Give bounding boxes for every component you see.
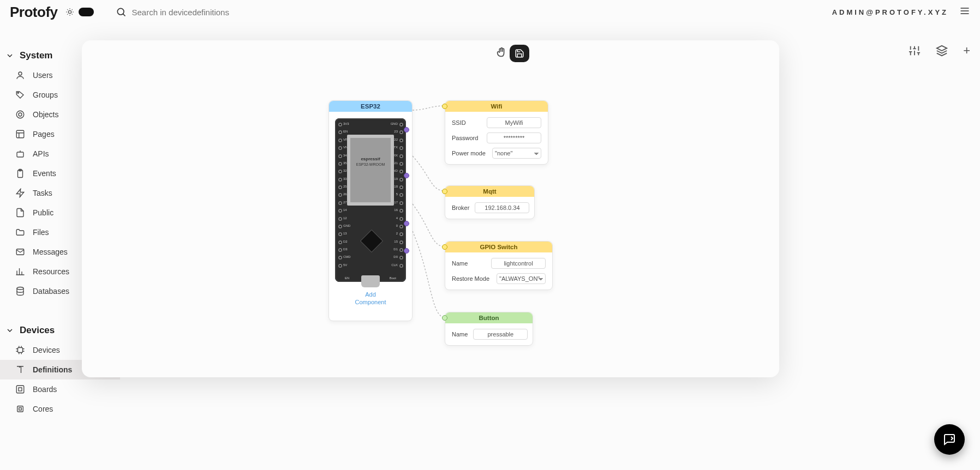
pin-3v3[interactable]: 3V3: [336, 123, 344, 130]
field-label: Restore Mode: [452, 275, 489, 282]
sidebar-item-label: Pages: [33, 130, 55, 138]
brand-logo: Protofy: [10, 4, 58, 21]
sidebar-item-cores[interactable]: Cores: [0, 399, 120, 419]
pin-26[interactable]: 26: [336, 193, 344, 200]
pin-d0[interactable]: D0: [397, 256, 405, 263]
add-component-link[interactable]: Add Component: [329, 291, 412, 306]
theme-dot: [79, 8, 94, 16]
btn-boot-label: Boot: [385, 276, 396, 280]
svg-rect-15: [19, 388, 22, 391]
menu-button[interactable]: [959, 5, 970, 19]
wifi-ssid-input[interactable]: [487, 117, 541, 128]
sidebar-item-label: Tasks: [33, 189, 52, 197]
pin-clk[interactable]: CLK: [397, 264, 405, 271]
pin-17[interactable]: 17: [397, 201, 405, 208]
toolbar-right: +: [909, 44, 970, 58]
pin-16[interactable]: 16: [397, 209, 405, 216]
field-label: Broker: [452, 204, 469, 211]
file-icon: [15, 208, 25, 218]
sidebar-item-label: Objects: [33, 110, 58, 119]
svg-rect-6: [16, 130, 24, 138]
pin-32[interactable]: 32: [336, 170, 344, 177]
pin-d2[interactable]: D2: [336, 240, 344, 248]
pin-5[interactable]: 5: [397, 193, 405, 200]
sidebar-item-boards[interactable]: Boards: [0, 379, 120, 399]
gpio-name-input[interactable]: [491, 258, 546, 269]
field-label: SSID: [452, 119, 466, 126]
clipboard-icon: [15, 168, 25, 178]
node-wifi[interactable]: Wifi SSID Password Power mode"none": [445, 100, 548, 165]
bot-icon: [15, 149, 25, 159]
svg-point-1: [117, 8, 124, 15]
pin-vn[interactable]: VN: [336, 146, 344, 153]
node-esp32[interactable]: ESP32 espressifESP32-WROOM 3V3ENVPVN3435…: [328, 100, 413, 321]
pin-d3[interactable]: D3: [336, 248, 344, 255]
node-title: Wifi: [445, 101, 548, 112]
node-button[interactable]: Button Name: [445, 312, 533, 346]
svg-point-4: [16, 111, 24, 118]
mail-icon: [15, 247, 25, 257]
canvas[interactable]: ESP32 espressifESP32-WROOM 3V3ENVPVN3435…: [82, 40, 779, 377]
user-icon: [15, 70, 25, 80]
chip-icon: [15, 345, 25, 355]
pin-19[interactable]: 19: [397, 178, 405, 185]
sidebar-item-label: Files: [33, 228, 49, 237]
sliders-icon[interactable]: [909, 45, 921, 57]
node-mqtt[interactable]: Mqtt Broker: [445, 185, 535, 219]
pin-rx[interactable]: RX: [397, 154, 405, 161]
target-icon: [15, 110, 25, 119]
chat-fab[interactable]: [934, 424, 965, 455]
pin-tx[interactable]: TX: [397, 146, 405, 153]
wifi-password-input[interactable]: [487, 132, 541, 143]
pin-27[interactable]: 27: [336, 201, 344, 208]
board-graphic: espressifESP32-WROOM 3V3ENVPVN3435323325…: [335, 118, 406, 282]
svg-point-12: [17, 287, 23, 290]
sidebar-item-label: Public: [33, 208, 53, 217]
add-icon[interactable]: +: [963, 44, 970, 58]
node-gpio-switch[interactable]: GPIO Switch Name Restore Mode"ALWAYS_ON": [445, 241, 553, 290]
button-name-input[interactable]: [473, 329, 528, 340]
field-label: Power mode: [452, 150, 486, 156]
pin-13[interactable]: 13: [336, 232, 344, 239]
gpio-restore-select[interactable]: "ALWAYS_ON": [497, 273, 546, 284]
pin-0[interactable]: 0: [397, 225, 405, 232]
pin-33[interactable]: 33: [336, 178, 344, 185]
layers-icon[interactable]: [936, 45, 948, 57]
svg-point-3: [17, 92, 19, 93]
pin-14[interactable]: 14: [336, 209, 344, 216]
sidebar-item-label: Resources: [33, 267, 69, 276]
wifi-power-select[interactable]: "none": [492, 148, 541, 159]
node-title: Button: [445, 312, 533, 323]
pin-34[interactable]: 34: [336, 154, 344, 161]
sidebar-header-label: Devices: [20, 325, 55, 336]
pin-21[interactable]: 21: [397, 162, 405, 169]
pin-22[interactable]: 22: [397, 138, 405, 146]
zap-icon: [15, 188, 25, 198]
pan-tool[interactable]: [495, 46, 507, 61]
pin-2[interactable]: 2: [397, 232, 405, 239]
pin-25[interactable]: 25: [336, 185, 344, 192]
svg-rect-13: [18, 348, 23, 353]
pin-en[interactable]: EN: [336, 130, 344, 137]
pin-18[interactable]: 18: [397, 185, 405, 192]
theme-toggle[interactable]: [65, 8, 94, 16]
pin-35[interactable]: 35: [336, 162, 344, 169]
save-button[interactable]: [510, 45, 529, 62]
pin-23[interactable]: 23: [397, 130, 405, 137]
svg-rect-7: [17, 152, 23, 157]
sun-icon: [65, 8, 74, 16]
pin-12[interactable]: 12: [336, 217, 344, 224]
field-label: Name: [452, 260, 468, 267]
mqtt-broker-input[interactable]: [475, 202, 529, 213]
sidebar-item-label: Groups: [33, 91, 58, 99]
user-email[interactable]: ADMIN@PROTOFY.XYZ: [832, 8, 948, 16]
svg-rect-16: [17, 406, 23, 412]
pin-cmd[interactable]: CMD: [336, 256, 344, 263]
pin-5v[interactable]: 5V: [336, 264, 344, 271]
pin-15[interactable]: 15: [397, 240, 405, 248]
pin-gnd[interactable]: GND: [336, 225, 344, 232]
bar-icon: [15, 267, 25, 276]
search-input[interactable]: [132, 8, 307, 17]
pin-vp[interactable]: VP: [336, 138, 344, 146]
book-icon: [15, 365, 25, 375]
